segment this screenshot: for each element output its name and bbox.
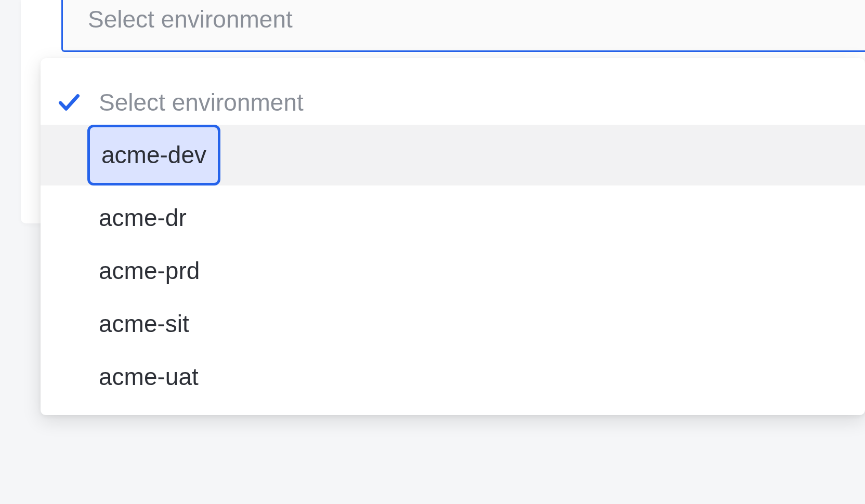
- spacer: [41, 344, 865, 357]
- environment-option-acme-uat[interactable]: acme-uat: [41, 357, 865, 397]
- environment-option-label: acme-dr: [99, 205, 187, 231]
- check-icon: [56, 89, 82, 115]
- environment-select-header-option[interactable]: Select environment: [41, 80, 865, 125]
- environment-select-dropdown: Select environment acme-dev acme-dr acme…: [41, 58, 865, 415]
- spacer: [41, 238, 865, 251]
- environment-option-acme-sit[interactable]: acme-sit: [41, 304, 865, 344]
- check-slot: [56, 89, 99, 115]
- environment-option-acme-dr[interactable]: acme-dr: [41, 198, 865, 238]
- environment-option-acme-prd[interactable]: acme-prd: [41, 251, 865, 291]
- environment-select-header-label: Select environment: [99, 89, 304, 116]
- environment-option-label: acme-prd: [99, 258, 200, 284]
- environment-option-label: acme-sit: [99, 311, 189, 337]
- environment-option-label: acme-dev: [87, 125, 220, 185]
- environment-option-label: acme-uat: [99, 364, 199, 390]
- environment-option-acme-dev[interactable]: acme-dev: [41, 125, 865, 185]
- environment-select-placeholder: Select environment: [88, 6, 293, 33]
- spacer: [41, 291, 865, 304]
- spacer: [41, 185, 865, 198]
- environment-select-trigger[interactable]: Select environment: [61, 0, 865, 52]
